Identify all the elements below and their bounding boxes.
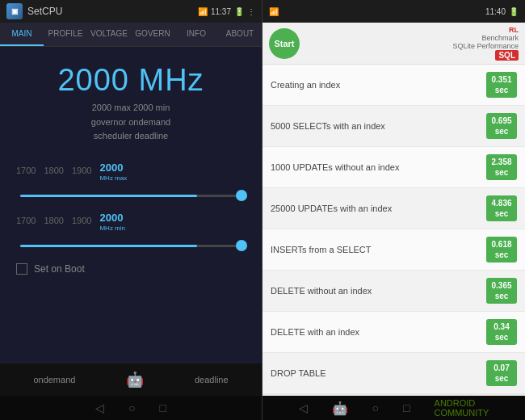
max-slider-track[interactable]	[20, 195, 242, 197]
home-btn-right[interactable]: ○	[372, 401, 379, 414]
cpu-frequency: 2000 MHz	[57, 63, 204, 98]
nav-voltage[interactable]: VOLTAGE	[87, 23, 131, 46]
bench-item-4: INSERTs from a SELECT 0.618sec	[262, 229, 525, 271]
back-btn-right[interactable]: ◁	[299, 401, 308, 414]
bench-value-2: 2.358sec	[486, 154, 517, 180]
bench-value-5: 0.365sec	[486, 278, 517, 304]
freq-1700-max: 1700	[16, 166, 36, 175]
freq-1900-max: 1900	[72, 166, 91, 175]
left-status-bar: ▣ SetCPU 📶 11:37 🔋 ⋮	[0, 0, 262, 23]
bottom-bar-left: ondemand 🤖 deadline	[0, 363, 262, 396]
nav-buttons-right: ◁ 🤖 ○ □ ANDROIDCOMMUNITY	[262, 396, 525, 420]
freq-1900-min: 1900	[72, 216, 91, 225]
freq-2000-max: 2000	[99, 162, 123, 174]
bench-item-7: DROP TABLE 0.07sec	[262, 353, 525, 394]
bench-label-7: DROP TABLE	[271, 368, 486, 378]
max-slider-fill	[20, 195, 197, 197]
bench-value-3: 4.836sec	[486, 195, 517, 221]
nav-bar: MAIN PROFILE VOLTAGE GOVERN INFO ABOUT	[0, 23, 262, 47]
bench-item-2: 1000 UPDATEs without an index 2.358sec	[262, 147, 525, 188]
android-community-logo: ANDROIDCOMMUNITY	[435, 398, 489, 418]
freq-1800-max: 1800	[44, 166, 63, 175]
main-content: 2000 MHz 2000 max 2000 min governor onde…	[0, 47, 262, 363]
bench-label-3: 25000 UPDATEs with an index	[271, 204, 486, 213]
left-panel: ▣ SetCPU 📶 11:37 🔋 ⋮ MAIN PROFILE VOLTAG…	[0, 0, 262, 420]
bench-value-4: 0.618sec	[486, 237, 517, 262]
freq-min-label: MHz min	[99, 225, 125, 232]
battery-icon-right: 🔋	[509, 7, 519, 16]
bench-label-0: Creating an index	[271, 80, 486, 90]
bench-value-1: 0.695sec	[486, 113, 517, 139]
freq-2000-max-container: 2000 MHz max	[99, 160, 127, 182]
bench-label-6: DELETE with an index	[271, 327, 486, 337]
freq-2000-min: 2000	[99, 212, 123, 224]
max-freq-marks: 1700 1800 1900 2000 MHz max	[16, 160, 246, 182]
right-status-bar: 📶 11:40 🔋	[262, 0, 525, 23]
wifi-icon: 📶	[198, 7, 208, 16]
bench-item-5: DELETE without an index 0.365sec	[262, 271, 525, 312]
bench-value-7: 0.07sec	[486, 360, 517, 386]
min-slider-track-container[interactable]	[16, 245, 246, 247]
nav-govern[interactable]: GOVERN	[131, 23, 174, 46]
time-right: 11:40	[485, 7, 506, 16]
set-boot-checkbox[interactable]	[16, 263, 27, 275]
min-slider-track[interactable]	[20, 245, 242, 247]
bench-label-2: 1000 UPDATEs without an index	[271, 162, 486, 172]
bench-label-4: INSERTs from a SELECT	[271, 245, 486, 254]
min-slider-thumb[interactable]	[236, 240, 247, 251]
home-btn-left[interactable]: ○	[128, 401, 135, 414]
android-logo-right: 🤖	[332, 401, 348, 416]
signal-icon: 📶	[269, 7, 279, 16]
back-btn-left[interactable]: ◁	[95, 401, 104, 414]
min-slider-row: 1700 1800 1900 2000 MHz min	[16, 210, 246, 232]
benchmark-list: Creating an index 0.351sec 5000 SELECTs …	[262, 65, 525, 396]
recent-btn-left[interactable]: □	[160, 401, 166, 414]
bench-label-5: DELETE without an index	[271, 286, 486, 296]
more-icon: ⋮	[247, 7, 255, 16]
scheduler-stat: deadline	[195, 375, 229, 384]
freq-max-label: MHz max	[99, 174, 127, 182]
cpu-info: 2000 max 2000 min governor ondemand sche…	[91, 101, 170, 144]
bench-label-1: 5000 SELECTs with an index	[271, 121, 486, 131]
bench-item-0: Creating an index 0.351sec	[262, 65, 525, 106]
right-status-left: 📶	[269, 7, 279, 16]
bench-value-6: 0.34sec	[486, 319, 517, 345]
freq-1700-min: 1700	[16, 216, 36, 225]
benchmark-header: Start RL Benchmark SQLite Performance SQ…	[262, 23, 525, 65]
android-logo-left: 🤖	[126, 371, 144, 388]
app-title: ▣ SetCPU	[6, 3, 62, 19]
benchmark-title-area: RL Benchmark SQLite Performance SQL	[452, 26, 519, 61]
max-slider-track-container[interactable]	[16, 195, 246, 197]
battery-icon-left: 🔋	[234, 7, 244, 16]
set-boot-label: Set on Boot	[34, 263, 85, 275]
bench-item-3: 25000 UPDATEs with an index 4.836sec	[262, 188, 525, 229]
set-boot-row: Set on Boot	[16, 263, 246, 275]
bench-item-6: DELETE with an index 0.34sec	[262, 312, 525, 353]
freq-1800-min: 1800	[44, 216, 63, 225]
nav-main[interactable]: MAIN	[0, 23, 44, 46]
min-freq-marks: 1700 1800 1900 2000 MHz min	[16, 210, 246, 232]
rl-label: RL	[509, 26, 519, 34]
benchmark-name: Benchmark	[481, 34, 519, 42]
slider-area: 1700 1800 1900 2000 MHz max 17	[8, 160, 254, 275]
bench-value-0: 0.351sec	[486, 72, 517, 98]
nav-profile[interactable]: PROFILE	[44, 23, 87, 46]
time-left: 11:37	[211, 7, 231, 16]
left-status-icons: 📶 11:37 🔋 ⋮	[198, 7, 255, 16]
app-icon: ▣	[6, 3, 23, 19]
start-button[interactable]: Start	[269, 28, 300, 59]
governor-stat: ondemand	[33, 375, 75, 384]
bench-item-1: 5000 SELECTs with an index 0.695sec	[262, 106, 525, 147]
nav-info[interactable]: INFO	[174, 23, 218, 46]
min-slider-fill	[20, 245, 197, 247]
recent-btn-right[interactable]: □	[403, 401, 410, 414]
app-name: SetCPU	[27, 6, 62, 17]
max-slider-row: 1700 1800 1900 2000 MHz max	[16, 160, 246, 182]
nav-about[interactable]: ABOUT	[218, 23, 262, 46]
max-slider-thumb[interactable]	[236, 190, 247, 201]
benchmark-subtitle: SQLite Performance	[452, 42, 519, 50]
nav-buttons-left: ◁ ○ □	[0, 396, 262, 420]
right-panel: 📶 11:40 🔋 Start RL Benchmark SQLite Perf…	[262, 0, 525, 420]
freq-2000-min-container: 2000 MHz min	[99, 210, 125, 232]
sql-badge: SQL	[495, 50, 519, 61]
